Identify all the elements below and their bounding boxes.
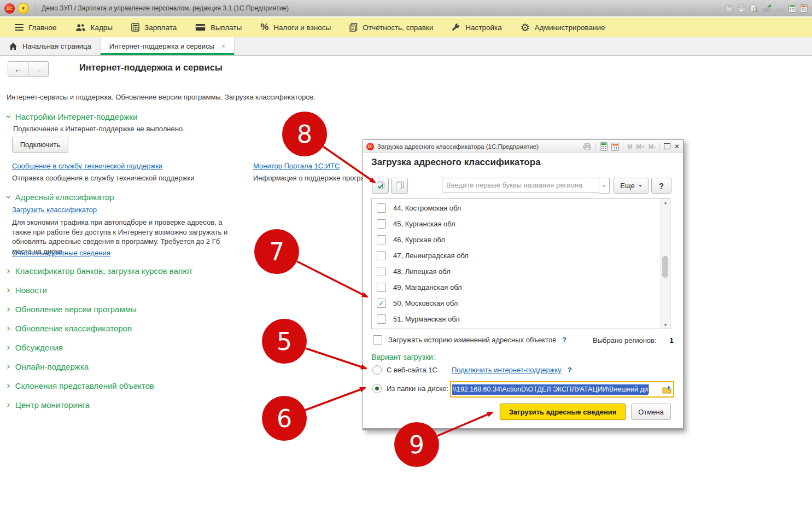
scroll-down-icon[interactable]: ▼ <box>661 323 670 327</box>
region-list-rows: 44, Костромская обл45, Курганская обл46,… <box>372 200 660 329</box>
scroll-up-icon[interactable]: ▲ <box>661 201 670 205</box>
1c-logo-icon: 1С <box>4 3 15 14</box>
select-all-button[interactable] <box>372 178 389 194</box>
list-item[interactable]: 45, Курганская обл <box>372 216 660 232</box>
checkbox-checked[interactable]: ✓ <box>377 299 386 308</box>
scroll-thumb[interactable] <box>662 256 668 278</box>
calculator-icon[interactable] <box>788 4 796 13</box>
chevron-down-icon: › <box>4 115 13 119</box>
section-header-label: Классификатор банков, загрузка курсов ва… <box>15 266 193 276</box>
section-news[interactable]: ›Новости <box>7 285 47 295</box>
load-classifier-link[interactable]: Загрузить классификатор <box>12 206 97 214</box>
print-icon[interactable] <box>737 4 746 12</box>
section-classifier-update[interactable]: ›Обновление классификаторов <box>7 324 132 333</box>
tab-home[interactable]: Начальная страница <box>0 37 100 55</box>
support-message-link[interactable]: Сообщение в службу технической поддержки <box>12 162 162 170</box>
memory-m-minus-button[interactable]: М- <box>649 143 656 150</box>
help-button[interactable]: ? <box>651 178 671 194</box>
maximize-button[interactable] <box>664 143 670 149</box>
connect-button[interactable]: Подключить <box>12 137 68 153</box>
connect-help-link[interactable]: ? <box>568 366 572 374</box>
list-item[interactable]: 47, Ленинградская обл <box>372 248 660 264</box>
menu-item-staff[interactable]: Кадры <box>66 17 122 37</box>
list-item[interactable]: 44, Костромская обл <box>372 200 660 216</box>
section-internet-support-settings[interactable]: › Настройки Интернет-поддержки <box>7 112 137 121</box>
connect-support-link[interactable]: Подключить интернет-поддержку <box>452 366 562 374</box>
list-item[interactable]: ✓50, Московская обл <box>372 295 660 311</box>
section-address-classifier[interactable]: › Адресный классификатор <box>7 192 114 202</box>
clear-address-link[interactable]: Очистить адресные сведения <box>12 249 110 257</box>
memory-m-button[interactable]: М <box>627 143 632 150</box>
section-online-support[interactable]: ›Онлайн-поддержка <box>7 362 89 371</box>
checkbox[interactable] <box>377 267 386 276</box>
menu-item-settings[interactable]: Настройка <box>442 17 511 37</box>
1c-logo-icon: 1С <box>366 143 374 150</box>
section-discussions[interactable]: ›Обсуждения <box>7 343 63 352</box>
menu-item-label: Настройка <box>465 24 501 32</box>
calculator-icon <box>131 23 139 32</box>
history-checkbox[interactable] <box>373 335 382 344</box>
list-item[interactable]: 48, Липецкая обл <box>372 264 660 279</box>
menu-item-main[interactable]: Главное <box>5 17 66 37</box>
menu-item-administration[interactable]: ⚙ Администрирование <box>511 17 615 37</box>
radio-button-selected[interactable] <box>372 384 382 393</box>
option-from-folder[interactable]: Из папки на диске: <box>372 384 448 393</box>
region-label: 51, Мурманская обл <box>393 315 460 323</box>
section-bank-classifier[interactable]: ›Классификатор банков, загрузка курсов в… <box>7 266 192 276</box>
section-declensions[interactable]: ›Склонения представлений объектов <box>7 381 154 390</box>
dialog-heading: Загрузка адресного классификатора <box>371 157 541 168</box>
get-link-icon[interactable] <box>762 4 772 13</box>
support-status-text: Подключение к Интернет-поддержке не выпо… <box>13 125 185 133</box>
more-button[interactable]: Еще <box>614 178 649 194</box>
section-program-update[interactable]: ›Обновление версии программы <box>7 305 137 314</box>
monitor-portal-link[interactable]: Монитор Портала 1С:ИТС <box>253 162 340 170</box>
history-help-link[interactable]: ? <box>562 336 566 344</box>
checkbox[interactable] <box>377 251 386 260</box>
checkbox[interactable] <box>377 283 386 292</box>
menu-item-label: Выплаты <box>211 24 242 32</box>
scrollbar[interactable]: ▲ ▼ <box>661 199 670 329</box>
tab-internet-support[interactable]: Интернет-поддержка и сервисы × <box>100 37 235 55</box>
save-icon[interactable] <box>725 4 733 13</box>
monitor-portal-desc: Информация о поддержке програ <box>253 174 365 182</box>
unselect-all-button[interactable] <box>391 178 408 194</box>
browse-folder-button[interactable] <box>660 383 673 395</box>
section-monitoring-center[interactable]: ›Центр мониторинга <box>7 400 90 410</box>
menu-item-reports[interactable]: Отчетность, справки <box>340 17 442 37</box>
print-icon[interactable] <box>583 143 592 150</box>
history-nav: ← → <box>8 61 49 77</box>
menu-item-taxes[interactable]: % Налоги и взносы <box>251 17 340 37</box>
print-preview-icon[interactable] <box>750 4 758 13</box>
close-tab-icon[interactable]: × <box>221 43 225 50</box>
folder-path-field[interactable]: \\192.168.60.34\ActionD\ОТДЕЛ ЭКСПЛУАТАЦ… <box>450 381 674 398</box>
menu-item-label: Главное <box>28 24 57 32</box>
cancel-button[interactable]: Отмена <box>631 404 671 420</box>
calculator-icon[interactable] <box>600 142 607 151</box>
checkbox[interactable] <box>377 314 386 324</box>
menu-item-payments[interactable]: Выплаты <box>186 17 251 37</box>
back-button[interactable]: ← <box>8 61 28 77</box>
option-from-web[interactable]: С веб-сайта 1С <box>372 365 437 375</box>
checkbox[interactable] <box>377 235 386 244</box>
forward-button[interactable]: → <box>28 61 49 77</box>
close-button[interactable]: ✕ <box>674 143 680 150</box>
section-header-label: Обсуждения <box>15 343 63 352</box>
list-item[interactable]: 46, Курская обл <box>372 232 660 248</box>
memory-m-plus-button[interactable]: М+ <box>636 143 645 150</box>
selected-regions: Выбрано регионов: 1 <box>593 336 674 344</box>
list-item[interactable]: 51, Мурманская обл <box>372 311 660 327</box>
go-link-icon[interactable] <box>775 4 785 13</box>
system-menu-button[interactable]: ▼ <box>17 3 29 14</box>
calendar-icon[interactable]: 31 <box>800 4 808 13</box>
region-search-input[interactable] <box>442 178 599 192</box>
calendar-icon[interactable]: 31 <box>611 142 619 151</box>
menu-item-salary[interactable]: Зарплата <box>122 17 186 37</box>
load-addresses-button[interactable]: Загрузить адресные сведения <box>500 404 626 420</box>
clear-search-button[interactable]: × <box>599 178 610 194</box>
checkbox[interactable] <box>377 203 386 213</box>
section-header-label: Склонения представлений объектов <box>15 381 154 390</box>
list-item[interactable]: 49, Магаданская обл <box>372 279 660 295</box>
checkbox[interactable] <box>377 219 386 229</box>
radio-button[interactable] <box>372 365 382 375</box>
section-header-label: Обновление классификаторов <box>15 324 132 333</box>
